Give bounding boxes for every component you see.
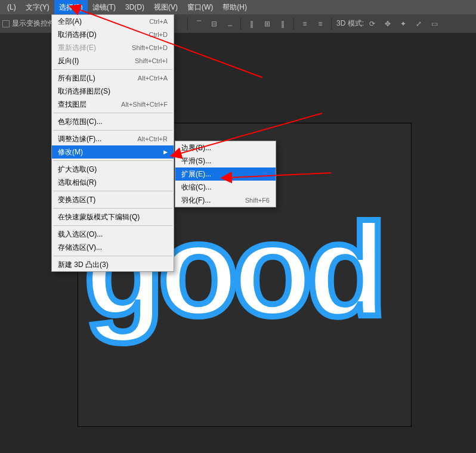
menu-item[interactable]: 新建 3D 凸出(3)	[52, 258, 174, 271]
menu-item-label: 调整边缘(F)...	[58, 134, 101, 144]
menu-item[interactable]: 调整边缘(F)...Alt+Ctrl+R	[52, 132, 174, 145]
menu-item-label: 查找图层	[58, 100, 86, 110]
menu-item-shortcut: Ctrl+A	[149, 18, 168, 25]
show-transform-label: 显示变换控件	[12, 18, 55, 29]
menu-item-label: 色彩范围(C)...	[58, 117, 103, 127]
menu-separator	[53, 225, 172, 226]
menu-item-label: 选取相似(R)	[58, 178, 97, 188]
submenu-item-label: 边界(B)...	[181, 143, 211, 153]
submenu-item-label: 羽化(F)...	[181, 196, 211, 206]
distribute-left-icon[interactable]: ‖	[246, 18, 258, 30]
distribute-top-icon[interactable]: ≡	[299, 18, 311, 30]
menu-item-label: 所有图层(L)	[58, 73, 95, 83]
menu-filter[interactable]: 滤镜(T)	[88, 0, 120, 14]
move-icon[interactable]: ✦	[397, 18, 409, 30]
modify-submenu: 边界(B)...平滑(S)...扩展(E)...收缩(C)...羽化(F)...…	[175, 141, 276, 207]
submenu-item[interactable]: 羽化(F)...Shift+F6	[175, 194, 276, 207]
divider	[187, 18, 188, 30]
select-menu-dropdown: 全部(A)Ctrl+A取消选择(D)Ctrl+D重新选择(E)Shift+Ctr…	[51, 14, 174, 272]
menu-l[interactable]: (L)	[2, 0, 21, 14]
menu-item-shortcut: Shift+Ctrl+I	[135, 57, 168, 64]
menu-item[interactable]: 载入选区(O)...	[52, 228, 174, 241]
scale-icon[interactable]: ⤢	[413, 18, 425, 30]
submenu-item-label: 扩展(E)...	[181, 169, 211, 179]
menu-separator	[53, 208, 172, 209]
menu-item-label: 修改(M)	[58, 147, 83, 157]
menu-view[interactable]: 视图(V)	[149, 0, 183, 14]
distribute-v-icons: ≡ ≡	[299, 18, 326, 30]
camera-icon[interactable]: ▭	[428, 18, 440, 30]
menu-item[interactable]: 取消选择图层(S)	[52, 85, 174, 98]
submenu-item[interactable]: 边界(B)...	[175, 141, 276, 154]
menu-separator	[53, 69, 172, 70]
menu-separator	[53, 256, 172, 256]
distribute-hcenter-icon[interactable]: ⊞	[261, 18, 273, 30]
menu-text[interactable]: 文字(Y)	[21, 0, 54, 14]
menu-item[interactable]: 取消选择(D)Ctrl+D	[52, 28, 174, 41]
menu-item[interactable]: 选取相似(R)	[52, 176, 174, 189]
menu-item[interactable]: 在快速蒙版模式下编辑(Q)	[52, 210, 174, 224]
align-icons: ⎺ ⊟ ⎽	[193, 18, 236, 30]
mode3d-label: 3D 模式:	[336, 18, 364, 29]
menu-item-label: 在快速蒙版模式下编辑(Q)	[58, 212, 140, 222]
menu-item[interactable]: 所有图层(L)Alt+Ctrl+A	[52, 72, 174, 85]
menu-item[interactable]: 存储选区(V)...	[52, 241, 174, 254]
menu-item-shortcut: Alt+Shift+Ctrl+F	[121, 101, 168, 108]
menubar: (L) 文字(Y) 选择(S) 滤镜(T) 3D(D) 视图(V) 窗口(W) …	[0, 0, 476, 14]
menu-item-label: 取消选择(D)	[58, 30, 97, 40]
menu-separator	[53, 160, 172, 161]
menu-item-label: 扩大选取(G)	[58, 165, 97, 175]
menu-help[interactable]: 帮助(H)	[218, 0, 252, 14]
menu-separator	[53, 113, 172, 113]
menu-select[interactable]: 选择(S)	[54, 0, 88, 14]
mode3d-icons: ⟳ ✥ ✦ ⤢ ▭	[366, 18, 440, 30]
menu-item[interactable]: 全部(A)Ctrl+A	[52, 15, 174, 28]
align-top-icon[interactable]: ⎺	[193, 18, 205, 30]
submenu-item[interactable]: 收缩(C)...	[175, 181, 276, 194]
menu-item[interactable]: 修改(M)▶	[52, 145, 174, 159]
divider	[240, 18, 241, 30]
orbit-icon[interactable]: ⟳	[366, 18, 378, 30]
divider	[331, 18, 332, 30]
menu-item[interactable]: 反向(I)Shift+Ctrl+I	[52, 54, 174, 67]
submenu-item-label: 平滑(S)...	[181, 156, 211, 166]
align-vcenter-icon[interactable]: ⊟	[208, 18, 220, 30]
distribute-icons: ‖ ⊞ ‖	[246, 18, 289, 30]
menu-item[interactable]: 扩大选取(G)	[52, 163, 174, 176]
menu-item-label: 重新选择(E)	[58, 43, 96, 53]
menu-3d[interactable]: 3D(D)	[120, 0, 149, 14]
distribute-right-icon[interactable]: ‖	[277, 18, 289, 30]
distribute-vcenter-icon[interactable]: ≡	[314, 18, 326, 30]
submenu-arrow-icon: ▶	[163, 149, 168, 155]
align-bottom-icon[interactable]: ⎽	[224, 18, 236, 30]
menu-item-shortcut: Ctrl+D	[149, 31, 168, 38]
show-transform-checkbox[interactable]	[2, 20, 10, 27]
menu-item-label: 反向(I)	[58, 56, 79, 66]
submenu-item[interactable]: 扩展(E)...	[175, 167, 276, 181]
menu-item-label: 变换选区(T)	[58, 195, 95, 205]
menu-item-label: 新建 3D 凸出(3)	[58, 260, 109, 270]
menu-item[interactable]: 重新选择(E)Shift+Ctrl+D	[52, 41, 174, 54]
submenu-item[interactable]: 平滑(S)...	[175, 154, 276, 167]
menu-separator	[53, 191, 172, 191]
divider	[293, 18, 294, 30]
menu-window[interactable]: 窗口(W)	[183, 0, 218, 14]
menu-item-label: 载入选区(O)...	[58, 229, 103, 240]
submenu-item-shortcut: Shift+F6	[245, 197, 270, 204]
menu-item[interactable]: 查找图层Alt+Shift+Ctrl+F	[52, 98, 174, 111]
menu-item-shortcut: Shift+Ctrl+D	[132, 44, 168, 51]
pan-icon[interactable]: ✥	[382, 18, 394, 30]
submenu-item-label: 收缩(C)...	[181, 182, 212, 193]
menu-separator	[53, 130, 172, 131]
menu-item-label: 取消选择图层(S)	[58, 86, 110, 97]
menu-item[interactable]: 变换选区(T)	[52, 193, 174, 206]
menu-item[interactable]: 色彩范围(C)...	[52, 115, 174, 128]
menu-item-shortcut: Alt+Ctrl+R	[137, 135, 168, 142]
menu-item-shortcut: Alt+Ctrl+A	[138, 75, 168, 82]
menu-item-label: 存储选区(V)...	[58, 243, 102, 253]
menu-item-label: 全部(A)	[58, 17, 82, 27]
